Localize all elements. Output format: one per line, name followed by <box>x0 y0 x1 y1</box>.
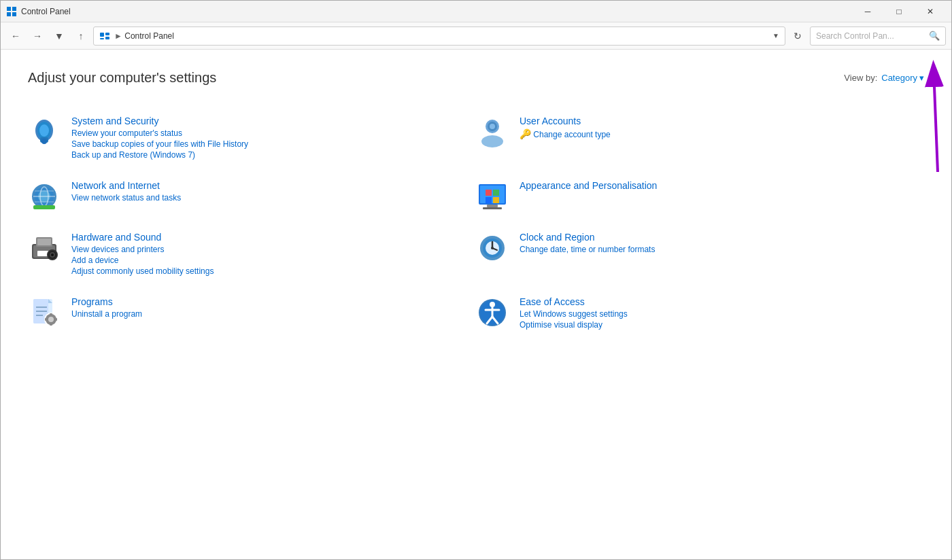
search-box[interactable]: Search Control Pan... 🔍 <box>810 27 946 46</box>
svg-point-10 <box>39 124 49 137</box>
view-by-label: View by: <box>844 73 877 83</box>
dropdown-button[interactable]: ▼ <box>50 27 69 46</box>
clock-region-link-1[interactable]: Change date, time or number formats <box>520 245 924 254</box>
category-hardware-sound[interactable]: Hardware and Sound View devices and prin… <box>28 222 476 287</box>
up-button[interactable]: ↑ <box>71 27 90 46</box>
category-programs[interactable]: Programs Uninstall a program <box>28 287 476 340</box>
ease-of-access-link-2[interactable]: Optimise visual display <box>520 320 924 330</box>
view-by-control: View by: Category ▾ <box>844 73 924 83</box>
svg-rect-0 <box>7 7 11 11</box>
page-title: Adjust your computer's settings <box>28 70 216 86</box>
svg-point-56 <box>48 317 54 322</box>
svg-rect-5 <box>105 33 109 35</box>
ease-of-access-title[interactable]: Ease of Access <box>520 296 924 307</box>
appearance-title[interactable]: Appearance and Personalisation <box>520 180 924 191</box>
svg-rect-1 <box>12 7 16 11</box>
categories-grid: System and Security Review your computer… <box>28 106 924 340</box>
svg-rect-31 <box>487 205 498 207</box>
system-security-title[interactable]: System and Security <box>71 116 476 126</box>
maximize-button[interactable]: □ <box>883 1 915 22</box>
clock-region-title[interactable]: Clock and Region <box>520 232 924 243</box>
hardware-sound-icon <box>28 232 61 264</box>
svg-line-69 <box>934 87 938 172</box>
hardware-sound-link-3[interactable]: Adjust commonly used mobility settings <box>71 266 476 276</box>
user-accounts-title[interactable]: User Accounts <box>520 116 924 126</box>
refresh-button[interactable]: ↻ <box>788 27 807 46</box>
network-internet-title[interactable]: Network and Internet <box>71 180 476 191</box>
page-header: Adjust your computer's settings View by:… <box>28 70 924 86</box>
address-field[interactable]: ► Control Panel ▼ <box>93 27 785 46</box>
programs-link-1[interactable]: Uninstall a program <box>71 309 476 319</box>
user-accounts-info: User Accounts 🔑 Change account type <box>520 116 924 141</box>
network-internet-info: Network and Internet View network status… <box>71 180 476 204</box>
svg-rect-32 <box>483 207 502 209</box>
system-security-icon <box>28 116 61 148</box>
title-bar: Control Panel ─ □ ✕ <box>1 1 951 22</box>
network-internet-link-1[interactable]: View network status and tasks <box>71 193 476 203</box>
back-button[interactable]: ← <box>6 27 25 46</box>
svg-rect-59 <box>45 318 48 321</box>
hardware-sound-title[interactable]: Hardware and Sound <box>71 232 476 243</box>
svg-rect-26 <box>480 186 505 203</box>
category-clock-region[interactable]: Clock and Region Change date, time or nu… <box>476 222 924 287</box>
main-content: Adjust your computer's settings View by:… <box>1 50 951 559</box>
window-controls: ─ □ ✕ <box>852 1 946 22</box>
network-internet-icon <box>28 180 61 213</box>
svg-point-47 <box>491 247 494 249</box>
ease-of-access-info: Ease of Access Let Windows suggest setti… <box>520 296 924 331</box>
svg-rect-3 <box>12 12 16 16</box>
search-placeholder: Search Control Pan... <box>816 31 894 41</box>
svg-rect-24 <box>33 205 55 209</box>
ease-of-access-link-1[interactable]: Let Windows suggest settings <box>520 309 924 319</box>
system-security-link-1[interactable]: Review your computer's status <box>71 128 476 138</box>
address-path: ► Control Panel <box>114 31 768 41</box>
svg-point-14 <box>481 135 503 147</box>
programs-title[interactable]: Programs <box>71 296 476 307</box>
system-security-link-2[interactable]: Save backup copies of your files with Fi… <box>71 139 476 149</box>
close-button[interactable]: ✕ <box>915 1 946 22</box>
svg-rect-58 <box>50 323 52 326</box>
system-security-link-3[interactable]: Back up and Restore (Windows 7) <box>71 150 476 160</box>
main-window: Control Panel ─ □ ✕ ← → ▼ ↑ ► Control Pa… <box>0 0 952 560</box>
search-icon: 🔍 <box>929 31 940 41</box>
svg-rect-6 <box>105 37 109 39</box>
svg-point-16 <box>490 124 495 129</box>
svg-rect-36 <box>37 239 51 245</box>
forward-button[interactable]: → <box>28 27 47 46</box>
hardware-sound-link-1[interactable]: View devices and printers <box>71 245 476 254</box>
clock-region-icon <box>476 232 509 264</box>
category-appearance[interactable]: Appearance and Personalisation <box>476 171 924 222</box>
clock-region-info: Clock and Region Change date, time or nu… <box>520 232 924 256</box>
address-dropdown-btn[interactable]: ▼ <box>772 32 779 39</box>
address-icon <box>99 31 110 41</box>
category-system-security[interactable]: System and Security Review your computer… <box>28 106 476 171</box>
svg-point-41 <box>51 253 54 256</box>
svg-rect-57 <box>50 313 52 316</box>
category-network-internet[interactable]: Network and Internet View network status… <box>28 171 476 222</box>
user-accounts-link-1[interactable]: 🔑 Change account type <box>520 128 924 139</box>
hardware-sound-link-2[interactable]: Add a device <box>71 256 476 265</box>
window-title: Control Panel <box>21 7 852 16</box>
user-accounts-icon <box>476 116 509 148</box>
appearance-info: Appearance and Personalisation <box>520 180 924 193</box>
ease-of-access-icon <box>476 296 509 329</box>
svg-rect-29 <box>486 197 492 203</box>
programs-info: Programs Uninstall a program <box>71 296 476 320</box>
minimize-button[interactable]: ─ <box>852 1 883 22</box>
svg-rect-7 <box>100 38 104 39</box>
programs-icon <box>28 296 61 329</box>
category-ease-of-access[interactable]: Ease of Access Let Windows suggest setti… <box>476 287 924 340</box>
svg-rect-2 <box>7 12 11 16</box>
category-user-accounts[interactable]: User Accounts 🔑 Change account type <box>476 106 924 171</box>
app-icon <box>6 6 17 17</box>
appearance-icon <box>476 180 509 213</box>
view-by-dropdown[interactable]: Category ▾ <box>881 73 924 83</box>
svg-rect-30 <box>493 197 499 203</box>
address-bar: ← → ▼ ↑ ► Control Panel ▼ ↻ Search Contr… <box>1 22 951 50</box>
system-security-info: System and Security Review your computer… <box>71 116 476 161</box>
svg-rect-27 <box>486 190 492 196</box>
hardware-sound-info: Hardware and Sound View devices and prin… <box>71 232 476 277</box>
svg-point-12 <box>41 139 47 144</box>
svg-rect-4 <box>100 33 104 37</box>
svg-rect-28 <box>493 190 499 196</box>
